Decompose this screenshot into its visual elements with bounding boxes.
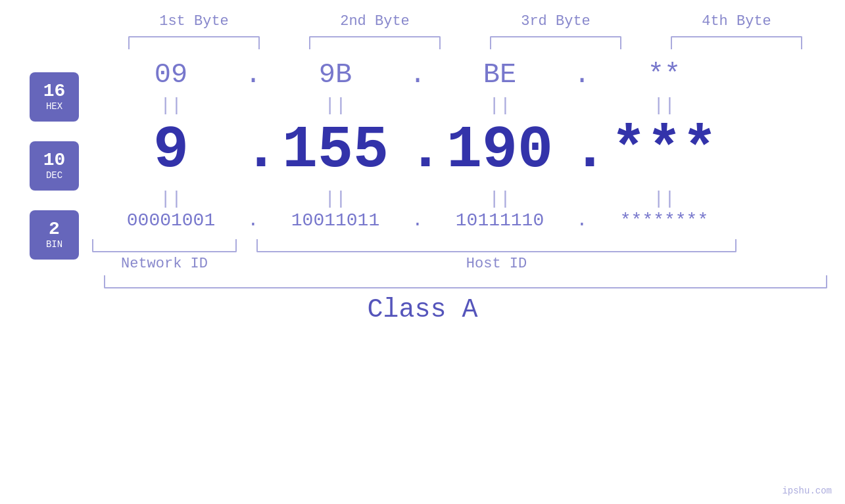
hex-dot-2: . bbox=[408, 59, 427, 91]
bottom-brackets-row bbox=[92, 239, 845, 252]
bin-dot-3: . bbox=[572, 210, 592, 231]
hex-badge: 16 HEX bbox=[30, 72, 79, 122]
dec-dot-3: . bbox=[572, 117, 592, 184]
equals-1-b4: || bbox=[592, 95, 736, 116]
hex-dot-1: . bbox=[243, 59, 263, 91]
host-bracket bbox=[256, 239, 736, 252]
bracket-labels: Network ID Host ID bbox=[92, 256, 845, 272]
network-id-label: Network ID bbox=[92, 256, 237, 272]
equals-1-b3: || bbox=[427, 95, 572, 116]
top-brackets bbox=[104, 36, 827, 49]
byte-header-3: 3rd Byte bbox=[483, 13, 628, 30]
dec-byte-4: *** bbox=[592, 117, 736, 184]
byte-header-1: 1st Byte bbox=[122, 13, 266, 30]
equals-row-2: || || || || bbox=[92, 189, 845, 209]
dec-badge-number: 10 bbox=[43, 150, 66, 171]
hex-dot-3: . bbox=[572, 59, 592, 91]
bin-byte-3: 10111110 bbox=[427, 210, 572, 231]
equals-1-b1: || bbox=[99, 95, 243, 116]
class-label-row: Class A bbox=[0, 295, 845, 325]
hex-byte-4: ** bbox=[592, 59, 736, 91]
dec-dot-2: . bbox=[408, 117, 427, 184]
bin-row: 00001001 . 10011011 . 10111110 . *******… bbox=[92, 210, 845, 231]
badges-column: 16 HEX 10 DEC 2 BIN bbox=[30, 72, 79, 260]
bin-byte-4: ******** bbox=[592, 210, 736, 231]
byte-header-4: 4th Byte bbox=[664, 13, 809, 30]
top-bracket-2 bbox=[309, 36, 441, 49]
rows-container: 09 . 9B . BE . ** || || || || 9 . bbox=[92, 59, 845, 272]
equals-2-b2: || bbox=[263, 189, 408, 209]
hex-badge-label: HEX bbox=[46, 101, 62, 112]
hex-byte-2: 9B bbox=[263, 59, 408, 91]
top-bracket-3 bbox=[490, 36, 621, 49]
dec-byte-3: 190 bbox=[427, 117, 572, 184]
bin-dot-2: . bbox=[408, 210, 427, 231]
top-bracket-1 bbox=[128, 36, 260, 49]
equals-1-b2: || bbox=[263, 95, 408, 116]
watermark: ipshu.com bbox=[782, 486, 832, 496]
dec-byte-1: 9 bbox=[99, 117, 243, 184]
bin-badge-label: BIN bbox=[46, 239, 62, 250]
dec-byte-2: 155 bbox=[263, 117, 408, 184]
outer-bottom-bracket bbox=[104, 275, 827, 288]
dec-dot-1: . bbox=[243, 117, 263, 184]
equals-row-1: || || || || bbox=[92, 95, 845, 116]
dec-badge-label: DEC bbox=[46, 170, 62, 181]
equals-2-b4: || bbox=[592, 189, 736, 209]
hex-badge-number: 16 bbox=[43, 81, 66, 102]
hex-byte-3: BE bbox=[427, 59, 572, 91]
bin-dot-1: . bbox=[243, 210, 263, 231]
equals-2-b3: || bbox=[427, 189, 572, 209]
bin-byte-1: 00001001 bbox=[99, 210, 243, 231]
hex-row: 09 . 9B . BE . ** bbox=[92, 59, 845, 91]
dec-row: 9 . 155 . 190 . *** bbox=[92, 117, 845, 184]
hex-byte-1: 09 bbox=[99, 59, 243, 91]
bin-byte-2: 10011011 bbox=[263, 210, 408, 231]
class-label: Class A bbox=[367, 295, 477, 325]
bin-badge-number: 2 bbox=[49, 219, 60, 240]
dec-badge: 10 DEC bbox=[30, 141, 79, 191]
network-bracket bbox=[92, 239, 237, 252]
host-id-label: Host ID bbox=[256, 256, 736, 272]
main-container: 1st Byte 2nd Byte 3rd Byte 4th Byte 16 H… bbox=[0, 0, 845, 504]
equals-2-b1: || bbox=[99, 189, 243, 209]
byte-header-2: 2nd Byte bbox=[302, 13, 447, 30]
bin-badge: 2 BIN bbox=[30, 210, 79, 260]
byte-headers-row: 1st Byte 2nd Byte 3rd Byte 4th Byte bbox=[104, 13, 827, 30]
top-bracket-4 bbox=[671, 36, 802, 49]
